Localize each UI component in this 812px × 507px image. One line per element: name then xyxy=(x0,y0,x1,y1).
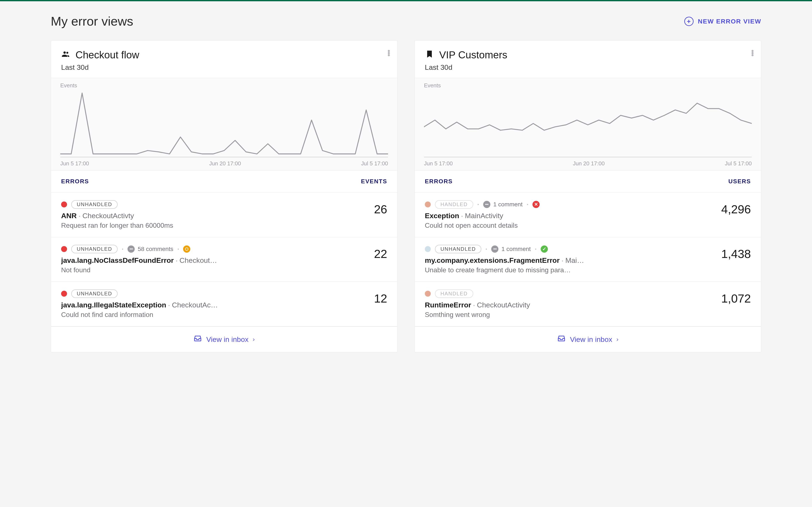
comments-badge[interactable]: •••58 comments xyxy=(127,245,173,252)
error-row-body: HANDLED••••1 comment•✕Exception•MainActi… xyxy=(425,200,700,229)
error-row-body: UNHANDLED••••1 comment•✓my.company.exten… xyxy=(425,245,700,274)
table-header: ERRORSUSERS xyxy=(415,170,761,192)
chart-ylabel: Events xyxy=(60,82,388,89)
view-in-inbox-link[interactable]: View in inbox› xyxy=(193,334,254,344)
card-subtitle: Last 30d xyxy=(61,63,387,71)
col-errors: ERRORS xyxy=(61,178,89,185)
error-title: my.company.extensions.FragmentError•Mai… xyxy=(425,256,700,265)
chart-xtick: Jul 5 17:00 xyxy=(361,160,388,167)
error-description: Somthing went wrong xyxy=(425,311,700,319)
severity-dot xyxy=(61,246,67,252)
error-row[interactable]: HANDLED••••1 comment•✕Exception•MainActi… xyxy=(415,192,761,237)
separator-dot: • xyxy=(535,247,536,251)
inbox-icon xyxy=(557,334,566,344)
chart-xticks: Jun 5 17:00Jun 20 17:00Jul 5 17:00 xyxy=(60,160,388,167)
separator-dot: • xyxy=(122,247,123,251)
new-error-view-label: NEW ERROR VIEW xyxy=(698,18,761,25)
error-view-card: Checkout flowLast 30d•••EventsJun 5 17:0… xyxy=(51,40,398,352)
chart-xtick: Jun 20 17:00 xyxy=(573,160,604,167)
col-value: USERS xyxy=(729,178,751,185)
separator-dot: • xyxy=(177,247,179,251)
separator-dot: • xyxy=(527,202,528,207)
error-description: Request ran for longer than 60000ms xyxy=(61,222,336,229)
view-in-inbox-link[interactable]: View in inbox› xyxy=(557,334,618,344)
error-description: Unable to create fragment due to missing… xyxy=(425,266,700,274)
severity-dot xyxy=(425,202,431,208)
chart-xtick: Jun 5 17:00 xyxy=(60,160,89,167)
page-header: My error views + NEW ERROR VIEW xyxy=(51,14,761,29)
error-title: java.lang.NoClassDefFoundError•Checkout… xyxy=(61,256,336,265)
error-title: RuntimeError•CheckoutActivity xyxy=(425,301,700,309)
chart-ylabel: Events xyxy=(424,82,752,89)
card-title: VIP Customers xyxy=(439,49,507,61)
error-row[interactable]: HANDLEDRuntimeError•CheckoutActivitySomt… xyxy=(415,282,761,327)
severity-dot xyxy=(425,246,431,252)
error-row[interactable]: UNHANDLED••••58 comments•java.lang.NoCla… xyxy=(51,237,397,282)
error-value: 26 xyxy=(345,200,387,216)
chart-xtick: Jun 5 17:00 xyxy=(424,160,453,167)
error-value: 22 xyxy=(345,245,387,261)
card-header: Checkout flowLast 30d••• xyxy=(51,41,397,78)
error-row-body: UNHANDLEDjava.lang.IllegalStateException… xyxy=(61,289,336,319)
handled-pill: HANDLED xyxy=(435,200,473,209)
sparkline-chart xyxy=(60,90,388,157)
error-description: Could not find card information xyxy=(61,311,336,319)
separator-dot: • xyxy=(485,247,487,251)
error-title: ANR•CheckoutActivty xyxy=(61,212,336,220)
separator-dot: • xyxy=(477,202,479,207)
chevron-right-icon: › xyxy=(253,336,254,343)
chart-xtick: Jul 5 17:00 xyxy=(725,160,752,167)
severity-dot xyxy=(61,202,67,208)
error-row[interactable]: UNHANDLED••••1 comment•✓my.company.exten… xyxy=(415,237,761,282)
handled-pill: UNHANDLED xyxy=(71,245,118,253)
handled-pill: UNHANDLED xyxy=(71,289,118,298)
col-value: EVENTS xyxy=(361,178,387,185)
error-value: 4,296 xyxy=(709,200,751,216)
page-title: My error views xyxy=(51,14,133,29)
error-value: 1,072 xyxy=(709,289,751,305)
col-errors: ERRORS xyxy=(425,178,453,185)
comment-icon: ••• xyxy=(491,245,499,252)
new-error-view-button[interactable]: + NEW ERROR VIEW xyxy=(684,17,761,26)
comments-badge[interactable]: •••1 comment xyxy=(491,245,531,252)
error-row-body: UNHANDLEDANR•CheckoutActivtyRequest ran … xyxy=(61,200,336,229)
error-row[interactable]: UNHANDLEDjava.lang.IllegalStateException… xyxy=(51,282,397,327)
error-row-body: UNHANDLED••••58 comments•java.lang.NoCla… xyxy=(61,245,336,274)
error-row[interactable]: UNHANDLEDANR•CheckoutActivtyRequest ran … xyxy=(51,192,397,237)
chart-area: EventsJun 5 17:00Jun 20 17:00Jul 5 17:00 xyxy=(415,78,761,170)
fixed-icon: ✓ xyxy=(541,245,548,252)
plus-circle-icon: + xyxy=(684,17,694,26)
chart-area: EventsJun 5 17:00Jun 20 17:00Jul 5 17:00 xyxy=(51,78,397,170)
view-in-inbox-label: View in inbox xyxy=(570,335,612,344)
card-header: VIP CustomersLast 30d••• xyxy=(415,41,761,78)
chart-xtick: Jun 20 17:00 xyxy=(209,160,241,167)
card-menu-button[interactable]: ••• xyxy=(751,50,753,56)
severity-dot xyxy=(61,291,67,297)
chart-xticks: Jun 5 17:00Jun 20 17:00Jul 5 17:00 xyxy=(424,160,752,167)
error-description: Not found xyxy=(61,266,336,274)
error-meta: UNHANDLED••••58 comments• xyxy=(61,245,336,253)
severity-dot xyxy=(425,291,431,297)
error-meta: HANDLED xyxy=(425,289,700,298)
error-meta: UNHANDLED xyxy=(61,200,336,209)
error-meta: UNHANDLED••••1 comment•✓ xyxy=(425,245,700,253)
chevron-right-icon: › xyxy=(617,336,618,343)
error-description: Could not open account details xyxy=(425,222,700,229)
comments-badge[interactable]: •••1 comment xyxy=(483,201,523,208)
card-subtitle: Last 30d xyxy=(425,63,751,71)
error-value: 1,438 xyxy=(709,245,751,261)
handled-pill: UNHANDLED xyxy=(71,200,118,209)
snoozed-icon xyxy=(183,245,190,252)
error-value: 12 xyxy=(345,289,387,305)
error-title: java.lang.IllegalStateException•Checkout… xyxy=(61,301,336,309)
error-meta: HANDLED••••1 comment•✕ xyxy=(425,200,700,209)
comment-icon: ••• xyxy=(483,201,490,208)
card-menu-button[interactable]: ••• xyxy=(387,50,390,56)
view-in-inbox-label: View in inbox xyxy=(206,335,248,344)
error-status-icon: ✕ xyxy=(532,201,540,208)
card-footer: View in inbox› xyxy=(415,327,761,352)
comment-icon: ••• xyxy=(127,245,135,252)
error-title: Exception•MainActivity xyxy=(425,212,700,220)
cards-grid: Checkout flowLast 30d•••EventsJun 5 17:0… xyxy=(51,40,761,352)
team-icon xyxy=(61,50,70,60)
